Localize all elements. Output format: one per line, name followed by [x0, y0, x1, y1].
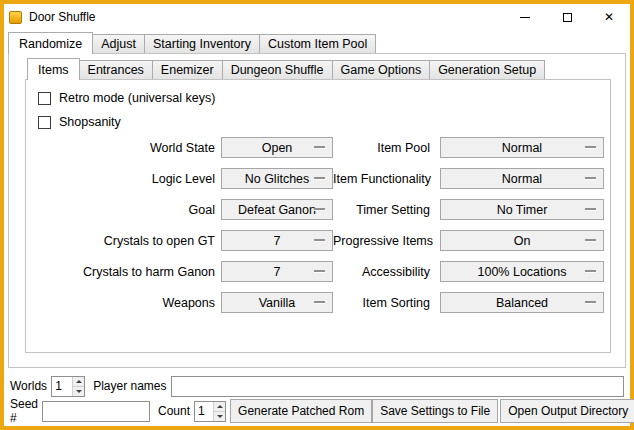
item-functionality-dropdown[interactable]: Normal [440, 168, 604, 189]
player-names-input[interactable] [171, 376, 625, 397]
progressive-items-label: Progressive Items [333, 234, 440, 248]
app-icon [9, 11, 22, 24]
world-state-label: World State [26, 141, 221, 155]
worlds-spinbox-input[interactable] [52, 377, 72, 396]
spin-up-icon [217, 405, 223, 408]
worlds-spin-up-button[interactable] [73, 377, 84, 387]
dropdown-indicator-icon [314, 270, 325, 272]
progressive-items-dropdown[interactable]: On [440, 230, 604, 251]
dropdown-indicator-icon [585, 208, 596, 210]
weapons-label: Weapons [26, 296, 221, 310]
seed-label: Seed # [10, 397, 38, 425]
maximize-icon [563, 13, 572, 22]
dropdown-indicator-icon [314, 177, 325, 179]
timer-setting-value: No Timer [497, 203, 548, 217]
option-row: World State Open Item Pool Normal [26, 137, 610, 158]
generate-patched-rom-button[interactable]: Generate Patched Rom [230, 399, 372, 423]
tab-custom-item-pool[interactable]: Custom Item Pool [259, 34, 376, 53]
goal-value: Defeat Ganon [238, 203, 316, 217]
crystals-gt-dropdown[interactable]: 7 [221, 230, 333, 251]
dropdown-indicator-icon [314, 301, 325, 303]
world-state-value: Open [262, 141, 293, 155]
save-settings-button[interactable]: Save Settings to File [372, 399, 498, 423]
world-state-dropdown[interactable]: Open [221, 137, 333, 158]
worlds-label: Worlds [10, 379, 47, 393]
option-row: Logic Level No Glitches Item Functionali… [26, 168, 610, 189]
item-pool-label: Item Pool [333, 141, 440, 155]
timer-setting-label: Timer Setting [333, 203, 440, 217]
count-spin-down-button[interactable] [214, 412, 225, 421]
logic-level-dropdown[interactable]: No Glitches [221, 168, 333, 189]
weapons-dropdown[interactable]: Vanilla [221, 292, 333, 313]
shopsanity-row: Shopsanity [38, 110, 610, 134]
count-spin-buttons [213, 402, 225, 421]
crystals-gt-value: 7 [274, 234, 281, 248]
dropdown-indicator-icon [585, 270, 596, 272]
worlds-spin-down-button[interactable] [73, 387, 84, 396]
item-pool-dropdown[interactable]: Normal [440, 137, 604, 158]
option-row: Crystals to harm Ganon 7 Accessibility 1… [26, 261, 610, 282]
randomize-tab-pane: Items Entrances Enemizer Dungeon Shuffle… [8, 53, 626, 368]
logic-level-value: No Glitches [245, 172, 310, 186]
item-pool-value: Normal [502, 141, 542, 155]
minimize-button[interactable] [504, 4, 546, 30]
spin-down-icon [76, 390, 82, 393]
dropdown-indicator-icon [585, 239, 596, 241]
tab-game-options[interactable]: Game Options [332, 60, 431, 79]
titlebar: Door Shuffle ✕ [4, 4, 630, 30]
open-output-directory-button[interactable]: Open Output Directory [500, 399, 634, 423]
tab-starting-inventory[interactable]: Starting Inventory [144, 34, 260, 53]
option-row: Goal Defeat Ganon Timer Setting No Timer [26, 199, 610, 220]
retro-mode-checkbox[interactable] [38, 92, 51, 105]
progressive-items-value: On [514, 234, 531, 248]
accessibility-dropdown[interactable]: 100% Locations [440, 261, 604, 282]
tab-entrances[interactable]: Entrances [79, 60, 153, 79]
item-sorting-label: Item Sorting [333, 296, 440, 310]
goal-dropdown[interactable]: Defeat Ganon [221, 199, 333, 220]
dropdown-indicator-icon [314, 208, 325, 210]
dropdown-indicator-icon [585, 301, 596, 303]
option-row: Weapons Vanilla Item Sorting Balanced [26, 292, 610, 313]
accessibility-value: 100% Locations [478, 265, 567, 279]
seed-input[interactable] [42, 401, 150, 422]
tab-randomize[interactable]: Randomize [8, 32, 93, 54]
dropdown-indicator-icon [585, 177, 596, 179]
item-sorting-value: Balanced [496, 296, 548, 310]
close-button[interactable]: ✕ [588, 4, 630, 30]
tab-enemizer[interactable]: Enemizer [152, 60, 223, 79]
worlds-spin-buttons [72, 377, 84, 396]
client-area: Randomize Adjust Starting Inventory Cust… [4, 30, 630, 426]
items-settings: Retro mode (universal keys) Shopsanity W… [26, 80, 610, 352]
items-tab-pane: Retro mode (universal keys) Shopsanity W… [25, 79, 611, 353]
shopsanity-checkbox[interactable] [38, 116, 51, 129]
spin-up-icon [76, 380, 82, 383]
item-sorting-dropdown[interactable]: Balanced [440, 292, 604, 313]
item-functionality-label: Item Functionality [333, 172, 440, 186]
window-title: Door Shuffle [29, 10, 96, 24]
count-spinbox-input[interactable] [195, 402, 213, 421]
tab-generation-setup[interactable]: Generation Setup [429, 60, 545, 79]
tab-dungeon-shuffle[interactable]: Dungeon Shuffle [222, 60, 333, 79]
spin-down-icon [217, 415, 223, 418]
tab-items[interactable]: Items [27, 58, 80, 80]
maximize-button[interactable] [546, 4, 588, 30]
player-names-label: Player names [93, 379, 166, 393]
worlds-row: Worlds Player names [10, 375, 624, 397]
timer-setting-dropdown[interactable]: No Timer [440, 199, 604, 220]
window-controls: ✕ [504, 4, 630, 30]
crystals-ganon-label: Crystals to harm Ganon [26, 265, 221, 279]
count-spin-up-button[interactable] [214, 402, 225, 412]
shopsanity-label: Shopsanity [59, 115, 121, 129]
dropdown-indicator-icon [314, 146, 325, 148]
crystals-ganon-dropdown[interactable]: 7 [221, 261, 333, 282]
dropdown-indicator-icon [585, 146, 596, 148]
tab-adjust[interactable]: Adjust [92, 34, 145, 53]
options-grid: World State Open Item Pool Normal [26, 137, 610, 313]
retro-mode-row: Retro mode (universal keys) [38, 86, 610, 110]
count-label: Count [158, 404, 190, 418]
seed-row: Seed # Count Generate Patched Rom Save S… [10, 399, 624, 423]
goal-label: Goal [26, 203, 221, 217]
crystals-ganon-value: 7 [274, 265, 281, 279]
top-tab-bar: Randomize Adjust Starting Inventory Cust… [8, 33, 376, 53]
logic-level-label: Logic Level [26, 172, 221, 186]
